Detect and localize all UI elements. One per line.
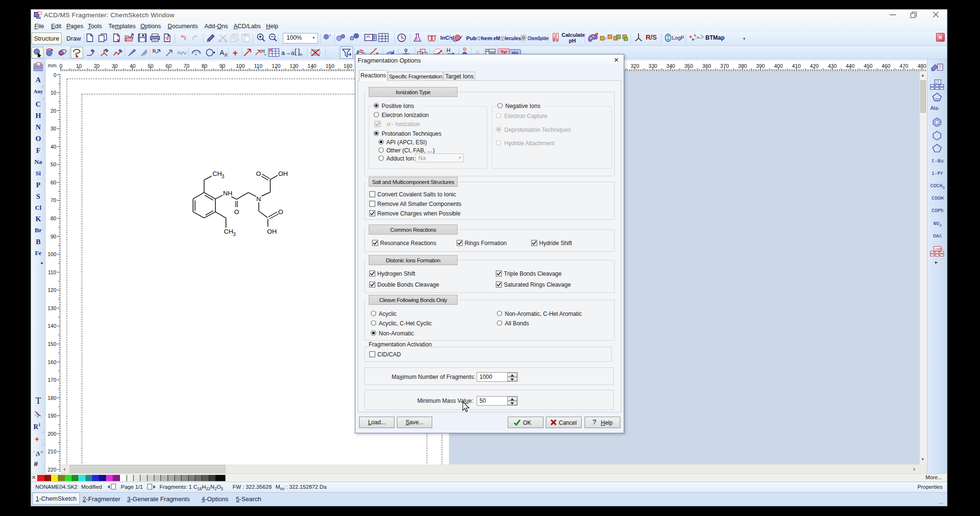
svg-text:200: 200	[48, 431, 56, 437]
svg-text:40: 40	[130, 63, 136, 69]
svg-text:440: 440	[846, 63, 854, 69]
svg-text:H: H	[447, 47, 450, 53]
svg-text:320: 320	[630, 63, 639, 69]
svg-text:I: I	[33, 451, 34, 453]
svg-text:3: 3	[222, 174, 224, 179]
svg-text:O: O	[256, 170, 261, 177]
svg-text:40: 40	[51, 144, 56, 150]
svg-text:350: 350	[684, 63, 693, 69]
svg-text:A: A	[35, 410, 40, 418]
svg-text:10: 10	[51, 90, 56, 96]
svg-text:480: 480	[917, 63, 926, 69]
svg-text:+: +	[264, 53, 266, 57]
svg-text:30: 30	[51, 126, 56, 131]
svg-text:180: 180	[48, 395, 56, 401]
svg-text:N: N	[256, 195, 261, 203]
svg-text:370: 370	[720, 63, 729, 69]
svg-text:3: 3	[233, 232, 236, 237]
svg-text:190: 190	[48, 413, 56, 419]
svg-text:160: 160	[343, 63, 352, 69]
svg-text:60: 60	[51, 180, 56, 185]
svg-text:150: 150	[326, 63, 334, 69]
svg-text:0: 0	[53, 72, 56, 78]
svg-text:20: 20	[51, 108, 56, 114]
svg-text:390: 390	[756, 63, 765, 69]
svg-text:CF: CF	[936, 80, 940, 84]
svg-text:130: 130	[290, 63, 298, 69]
svg-text:410: 410	[792, 63, 800, 69]
svg-text:CH: CH	[213, 170, 222, 177]
svg-text:=: =	[605, 36, 607, 41]
svg-text:160: 160	[48, 359, 56, 365]
svg-text:110: 110	[48, 269, 56, 275]
svg-text:O: O	[234, 208, 239, 215]
svg-text:OH: OH	[267, 228, 277, 235]
svg-text:330: 330	[649, 63, 657, 69]
svg-text:90: 90	[219, 63, 225, 69]
svg-text:80: 80	[202, 63, 207, 69]
svg-text:470: 470	[900, 63, 908, 69]
svg-text:120: 120	[48, 287, 56, 293]
svg-text:H: H	[36, 454, 38, 457]
svg-text:OH: OH	[278, 170, 288, 177]
svg-text:10: 10	[76, 63, 82, 69]
svg-text:450: 450	[864, 63, 873, 69]
svg-text:80: 80	[51, 215, 56, 221]
svg-text:Zz: Zz	[486, 49, 490, 52]
svg-text:Q: Q	[41, 451, 43, 453]
svg-text:50: 50	[51, 161, 56, 167]
svg-text:380: 380	[738, 63, 747, 69]
svg-text:Li: Li	[37, 63, 40, 66]
svg-text:70: 70	[51, 197, 56, 203]
svg-text:60: 60	[166, 63, 171, 69]
svg-text:O: O	[278, 208, 284, 215]
svg-text:*: *	[195, 53, 197, 58]
svg-text:CH: CH	[224, 228, 234, 235]
svg-text:120: 120	[272, 63, 280, 69]
svg-text:430: 430	[828, 63, 836, 69]
svg-text:50: 50	[148, 63, 153, 69]
svg-text:460: 460	[882, 63, 890, 69]
svg-text:210: 210	[48, 449, 56, 454]
svg-text:110: 110	[254, 63, 263, 69]
svg-text:220: 220	[48, 467, 56, 473]
svg-text:NH: NH	[223, 190, 233, 197]
svg-text:140: 140	[48, 323, 56, 329]
svg-text:A: A	[220, 49, 224, 56]
svg-text:100: 100	[236, 63, 245, 69]
svg-text:130: 130	[48, 305, 56, 311]
svg-text:100: 100	[48, 251, 56, 257]
svg-text:20: 20	[94, 63, 99, 69]
svg-text:420: 420	[810, 63, 819, 69]
svg-text:340: 340	[666, 63, 675, 69]
svg-text:170: 170	[48, 377, 56, 383]
svg-text:70: 70	[183, 63, 189, 69]
svg-text:R: R	[152, 48, 157, 54]
svg-text:360: 360	[703, 63, 711, 69]
svg-text:150: 150	[48, 341, 56, 347]
svg-text:#: #	[224, 52, 228, 58]
svg-text:90: 90	[51, 234, 56, 239]
svg-text:140: 140	[308, 63, 316, 69]
svg-text:400: 400	[774, 63, 783, 69]
svg-text:USER: USER	[935, 247, 943, 250]
svg-text:A: A	[415, 37, 418, 41]
svg-text:30: 30	[112, 63, 117, 69]
